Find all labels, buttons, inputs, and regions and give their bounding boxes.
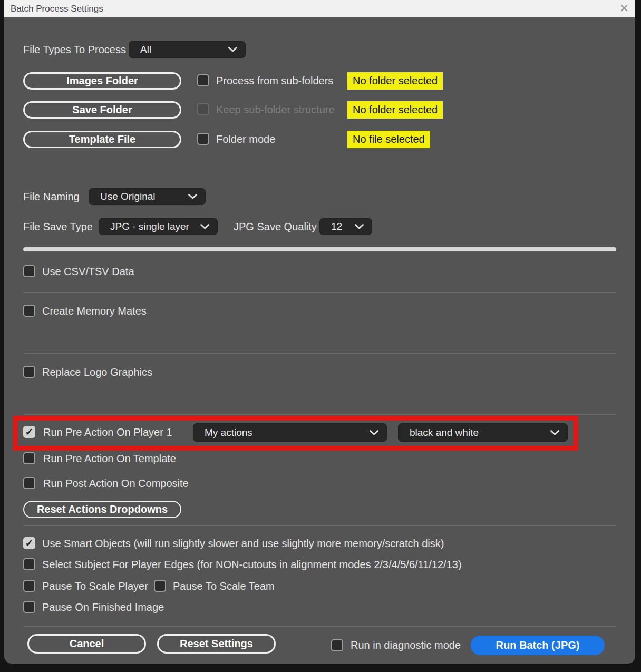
section-divider bbox=[23, 414, 616, 415]
cancel-button-label: Cancel bbox=[70, 638, 104, 650]
cancel-button[interactable]: Cancel bbox=[27, 634, 146, 654]
chevron-down-icon bbox=[200, 223, 210, 230]
diagnostic-mode-checkbox[interactable] bbox=[331, 639, 343, 651]
save-folder-button-label: Save Folder bbox=[72, 104, 132, 116]
memory-mates-checkbox[interactable] bbox=[23, 305, 35, 317]
pre-action-template-label: Run Pre Action On Template bbox=[43, 451, 176, 466]
folder-mode-label: Folder mode bbox=[216, 132, 275, 147]
reset-actions-button-label: Reset Actions Dropdowns bbox=[37, 503, 168, 515]
action-set-value: My actions bbox=[205, 427, 252, 439]
chevron-down-icon bbox=[354, 223, 364, 230]
reset-actions-button[interactable]: Reset Actions Dropdowns bbox=[23, 501, 181, 518]
file-naming-dropdown[interactable]: Use Original bbox=[89, 188, 206, 205]
keep-subfolder-structure-checkbox bbox=[197, 103, 209, 115]
chevron-down-icon bbox=[550, 430, 560, 436]
pre-action-player-checkbox[interactable]: ✓ bbox=[23, 426, 35, 438]
jpg-quality-label: JPG Save Quality bbox=[234, 219, 317, 234]
select-subject-checkbox[interactable] bbox=[23, 558, 35, 570]
chevron-down-icon bbox=[228, 46, 238, 53]
pause-finished-checkbox[interactable] bbox=[23, 601, 35, 613]
use-csv-label: Use CSV/TSV Data bbox=[42, 264, 134, 279]
action-dropdown[interactable]: black and white bbox=[398, 423, 568, 442]
post-action-composite-label: Run Post Action On Composite bbox=[43, 476, 189, 491]
use-csv-checkbox[interactable] bbox=[23, 265, 35, 277]
section-divider bbox=[23, 626, 616, 627]
run-batch-button[interactable]: Run Batch (JPG) bbox=[471, 636, 605, 655]
action-set-dropdown[interactable]: My actions bbox=[193, 423, 387, 442]
file-naming-value: Use Original bbox=[100, 191, 156, 202]
section-divider bbox=[23, 525, 616, 526]
pause-scale-team-label: Pause To Scale Team bbox=[173, 579, 275, 593]
process-subfolders-checkbox[interactable] bbox=[197, 74, 209, 86]
memory-mates-label: Create Memory Mates bbox=[42, 304, 147, 318]
pause-finished-label: Pause On Finished Image bbox=[42, 600, 164, 615]
post-action-composite-checkbox[interactable] bbox=[23, 477, 35, 489]
section-divider bbox=[23, 247, 616, 251]
pause-scale-team-checkbox[interactable] bbox=[154, 580, 166, 592]
section-divider bbox=[23, 292, 616, 293]
pause-scale-player-checkbox[interactable] bbox=[23, 580, 35, 592]
images-folder-button-label: Images Folder bbox=[66, 75, 138, 87]
file-save-type-value: JPG - single layer bbox=[110, 221, 189, 232]
file-save-type-dropdown[interactable]: JPG - single layer bbox=[99, 218, 218, 235]
file-types-label: File Types To Process bbox=[23, 42, 126, 57]
smart-objects-checkbox[interactable]: ✓ bbox=[23, 537, 35, 549]
chevron-down-icon bbox=[369, 430, 379, 436]
save-folder-status: No folder selected bbox=[347, 101, 443, 119]
jpg-quality-value: 12 bbox=[331, 221, 342, 232]
reset-settings-button[interactable]: Reset Settings bbox=[157, 634, 276, 654]
template-file-status: No file selected bbox=[347, 131, 430, 148]
keep-subfolder-structure-label: Keep sub-folder structure bbox=[216, 102, 335, 117]
images-folder-status: No folder selected bbox=[347, 72, 443, 90]
file-types-dropdown[interactable]: All bbox=[129, 41, 246, 58]
template-file-button[interactable]: Template File bbox=[23, 131, 181, 148]
chevron-down-icon bbox=[188, 193, 198, 200]
window-title: Batch Process Settings bbox=[11, 4, 103, 14]
file-types-value: All bbox=[140, 44, 151, 55]
batch-process-settings-window: Batch Process Settings ✕ File Types To P… bbox=[0, 0, 641, 672]
file-naming-label: File Naming bbox=[23, 189, 80, 204]
checkmark-icon: ✓ bbox=[25, 538, 34, 549]
pre-action-player-label: Run Pre Action On Player 1 bbox=[43, 425, 172, 440]
template-file-button-label: Template File bbox=[69, 133, 135, 145]
save-folder-button[interactable]: Save Folder bbox=[23, 101, 181, 119]
reset-settings-button-label: Reset Settings bbox=[180, 638, 253, 650]
folder-mode-checkbox[interactable] bbox=[197, 133, 209, 145]
jpg-quality-dropdown[interactable]: 12 bbox=[319, 218, 372, 235]
section-divider bbox=[23, 353, 616, 354]
file-save-type-label: File Save Type bbox=[23, 219, 93, 234]
select-subject-label: Select Subject For Player Edges (for NON… bbox=[42, 557, 462, 572]
close-icon[interactable]: ✕ bbox=[615, 0, 634, 17]
replace-logo-label: Replace Logo Graphics bbox=[42, 365, 152, 379]
window-titlebar: Batch Process Settings bbox=[4, 0, 635, 17]
checkmark-icon: ✓ bbox=[25, 426, 34, 437]
pre-action-template-checkbox[interactable] bbox=[23, 452, 35, 464]
replace-logo-checkbox[interactable] bbox=[23, 366, 35, 378]
action-value: black and white bbox=[410, 427, 479, 439]
images-folder-button[interactable]: Images Folder bbox=[23, 72, 181, 90]
diagnostic-mode-label: Run in diagnostic mode bbox=[351, 638, 461, 652]
smart-objects-label: Use Smart Objects (will run slightly slo… bbox=[42, 536, 444, 551]
process-subfolders-label: Process from sub-folders bbox=[216, 73, 333, 88]
run-batch-button-label: Run Batch (JPG) bbox=[496, 639, 580, 651]
pause-scale-player-label: Pause To Scale Player bbox=[42, 579, 148, 593]
